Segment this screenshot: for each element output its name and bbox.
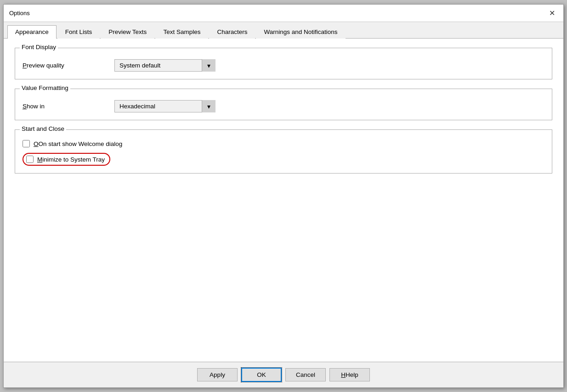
window-title: Options	[9, 10, 30, 17]
welcome-dialog-row: OOn start show Welcome dialog	[23, 140, 544, 147]
help-button[interactable]: HHelp	[329, 368, 370, 381]
minimize-row: Minimize to System Tray	[23, 153, 544, 166]
welcome-dialog-checkbox[interactable]	[23, 140, 30, 147]
show-in-row: Show in Hexadecimal Decimal Octal ▾	[23, 100, 544, 112]
tab-text-samples[interactable]: Text Samples	[155, 25, 208, 39]
show-in-dropdown-wrapper: Hexadecimal Decimal Octal ▾	[114, 100, 215, 112]
value-formatting-legend: Value Formatting	[20, 84, 70, 91]
start-close-legend: Start and Close	[20, 125, 66, 132]
close-button[interactable]: ✕	[546, 9, 558, 18]
value-formatting-group: Value Formatting Show in Hexadecimal Dec…	[15, 89, 552, 120]
preview-quality-row: Preview quality System default ClearType…	[23, 59, 544, 72]
minimize-highlight: Minimize to System Tray	[23, 153, 110, 166]
show-in-select[interactable]: Hexadecimal Decimal Octal	[114, 100, 215, 112]
start-close-group: Start and Close OOn start show Welcome d…	[15, 129, 552, 174]
bottom-bar: Apply OK Cancel HHelp	[4, 362, 563, 387]
tab-preview-texts[interactable]: Preview Texts	[101, 25, 154, 39]
cancel-button[interactable]: Cancel	[285, 368, 326, 381]
ok-button[interactable]: OK	[241, 368, 282, 382]
minimize-label[interactable]: Minimize to System Tray	[37, 156, 105, 163]
tab-characters[interactable]: Characters	[209, 25, 255, 39]
tab-font-lists[interactable]: Font Lists	[57, 25, 100, 39]
welcome-dialog-label[interactable]: OOn start show Welcome dialog	[34, 140, 122, 147]
show-in-label: Show in	[23, 103, 114, 110]
tab-appearance[interactable]: Appearance	[7, 25, 57, 39]
preview-quality-select[interactable]: System default ClearType Grayscale Alias…	[114, 59, 215, 72]
font-display-group: Font Display Preview quality System defa…	[15, 48, 552, 79]
preview-quality-label: Preview quality	[23, 62, 114, 69]
tab-bar: Appearance Font Lists Preview Texts Text…	[4, 22, 563, 39]
content-area: Font Display Preview quality System defa…	[4, 39, 563, 362]
tab-warnings-notifications[interactable]: Warnings and Notifications	[256, 25, 345, 39]
minimize-checkbox[interactable]	[26, 156, 34, 163]
preview-quality-dropdown-wrapper: System default ClearType Grayscale Alias…	[114, 59, 215, 72]
title-bar: Options ✕	[4, 5, 563, 22]
apply-button[interactable]: Apply	[197, 368, 238, 381]
font-display-legend: Font Display	[20, 44, 58, 50]
options-window: Options ✕ Appearance Font Lists Preview …	[3, 4, 564, 388]
